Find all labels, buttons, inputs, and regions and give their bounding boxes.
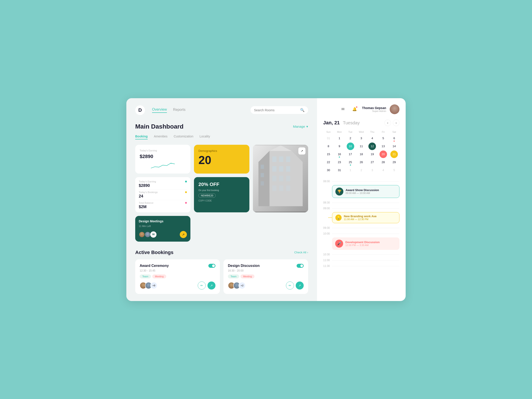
dev-event-title: Development Discussion: [345, 241, 380, 244]
cal-day-11[interactable]: 11: [358, 143, 365, 150]
booking1-avatar-more: +9: [150, 282, 157, 289]
time-label-1100: 11:00: [323, 259, 332, 262]
cal-day-31-prev[interactable]: 31: [325, 134, 332, 142]
booking2-toggle[interactable]: [297, 264, 304, 268]
cal-day-2-next[interactable]: 2: [358, 166, 365, 174]
booking1-title: Award Ceremony: [140, 264, 169, 268]
cal-day-31[interactable]: 31: [336, 166, 343, 174]
cal-day-17[interactable]: 17: [347, 151, 354, 158]
search-input[interactable]: [254, 108, 298, 112]
calendar-prev-button[interactable]: ‹: [384, 120, 391, 126]
schedule-container: 08:00 🏆 Award Show Discussion 09:00 AM —…: [323, 178, 399, 295]
expand-button[interactable]: ↗: [298, 147, 305, 154]
search-bar[interactable]: 🔍: [250, 106, 308, 114]
cal-day-4[interactable]: 4: [368, 134, 376, 142]
nav-tabs: Overview Reports: [152, 108, 185, 113]
cal-day-20[interactable]: 20: [380, 151, 387, 158]
cal-day-19[interactable]: 19: [368, 151, 376, 158]
booking1-go-button[interactable]: ↗: [208, 282, 215, 290]
meeting-avatar-2: [145, 231, 151, 238]
mail-button[interactable]: ✉: [339, 105, 347, 113]
event-branding[interactable]: 💡 New Branding work Ave 11:00 AM — 12:30…: [332, 212, 399, 223]
booking1-toggle[interactable]: [208, 264, 215, 268]
cal-day-1[interactable]: 1: [336, 134, 343, 142]
cal-day-9[interactable]: 9: [336, 143, 343, 150]
meeting-count: 08: [150, 231, 157, 238]
booking1-footer: +9 ✏ ↗: [140, 282, 215, 290]
event-development[interactable]: 🎤 Development Discussion 12:00 PM — 3:30…: [332, 237, 399, 250]
cal-day-6[interactable]: 6: [390, 134, 398, 142]
search-icon: 🔍: [300, 108, 304, 112]
cal-day-12[interactable]: 12: [368, 143, 376, 150]
chevron-right-icon: ›: [307, 251, 308, 254]
dashboard-title: Main Dashboard: [135, 123, 184, 130]
cal-day-3[interactable]: 3: [358, 134, 365, 142]
booking1-tag-meeting: Meeting: [152, 274, 166, 279]
cal-day-16[interactable]: 16: [336, 151, 343, 158]
cal-day-8[interactable]: 8: [325, 143, 332, 150]
time-block-1030: 10:30: [323, 252, 399, 257]
building-card: ↗: [253, 145, 308, 212]
check-all-button[interactable]: Check All ›: [294, 251, 308, 254]
nav-overview[interactable]: Overview: [152, 108, 167, 113]
cal-day-4-next[interactable]: 4: [380, 166, 387, 174]
time-block-930: 09:30: [323, 225, 399, 231]
booking2-footer: +2 ✏ ↗: [228, 282, 304, 290]
meeting-avatar-1: [139, 231, 145, 238]
booking2-header: Design Discussion: [228, 264, 304, 268]
svg-rect-7: [272, 166, 276, 171]
cal-day-5[interactable]: 5: [380, 134, 387, 142]
tab-customization[interactable]: Customization: [174, 134, 193, 139]
cal-day-10[interactable]: 10: [347, 143, 354, 150]
cal-day-27[interactable]: 27: [368, 158, 376, 166]
cal-day-28[interactable]: 28: [380, 158, 387, 166]
award-event-icon: 🏆: [335, 188, 343, 196]
cal-day-15[interactable]: 15: [325, 151, 332, 158]
booking2-tags: Team Meeting: [228, 274, 304, 279]
cal-day-14[interactable]: 14: [390, 143, 398, 150]
svg-rect-13: [272, 185, 276, 191]
booking1-edit-button[interactable]: ✏: [198, 282, 206, 290]
svg-rect-6: [286, 156, 290, 162]
tab-amenities[interactable]: Amenities: [154, 134, 167, 139]
balance-dot: [185, 202, 187, 204]
cal-day-5-next[interactable]: 5: [390, 166, 398, 174]
bookings-dot: [185, 191, 187, 193]
cal-day-29[interactable]: 29: [390, 158, 398, 166]
cal-day-2[interactable]: 2: [347, 134, 354, 142]
cal-day-30[interactable]: 30: [325, 166, 332, 174]
cal-day-22[interactable]: 22: [325, 158, 332, 166]
booking2-go-button[interactable]: ↗: [296, 282, 304, 290]
cal-day-26[interactable]: 26: [358, 158, 365, 166]
nav-reports[interactable]: Reports: [173, 108, 185, 113]
promo-copy-btn[interactable]: COPY CODE: [198, 200, 245, 202]
app-container: D Overview Reports 🔍 Main Dashboard Mana…: [126, 98, 406, 301]
stats-earning-card: Today's Earning $2890 Today's Bookings 2…: [135, 177, 190, 212]
booking2-time: 16:30 - 20:00: [228, 269, 304, 272]
svg-rect-10: [272, 176, 276, 181]
manage-button[interactable]: Manage ▾: [293, 125, 308, 129]
event-award-show[interactable]: 🏆 Award Show Discussion 09:00 AM — 10:00…: [332, 185, 399, 198]
cal-day-25[interactable]: 25: [347, 158, 354, 166]
time-block-800: 08:00: [323, 178, 399, 184]
time-label-830: 08:30: [323, 201, 332, 204]
cal-day-21[interactable]: 21: [390, 151, 398, 158]
cal-day-3-next[interactable]: 3: [368, 166, 376, 174]
tab-booking[interactable]: Booking: [135, 134, 148, 139]
dev-event-details: Development Discussion 12:00 PM — 3:30 A…: [345, 241, 380, 247]
stats-earning-label: Today's Earning: [139, 180, 156, 183]
cards-grid: Today's Earning $2890 Demographics 20: [135, 145, 308, 242]
booking2-title: Design Discussion: [228, 264, 260, 268]
calendar-next-button[interactable]: ›: [393, 120, 399, 126]
cal-day-13[interactable]: 13: [380, 143, 387, 150]
cal-day-18[interactable]: 18: [358, 151, 365, 158]
cal-header-sun: Sun: [323, 130, 334, 134]
cal-day-23[interactable]: 23: [336, 158, 343, 166]
cal-day-1-next[interactable]: 1: [347, 166, 354, 174]
notification-button[interactable]: 🔔: [350, 105, 358, 113]
meetings-go-button[interactable]: ↗: [180, 231, 187, 238]
booking2-edit-button[interactable]: ✏: [286, 282, 294, 290]
dashboard-header: Main Dashboard Manage ▾: [135, 123, 308, 130]
user-avatar[interactable]: [390, 104, 399, 114]
tab-locality[interactable]: Locality: [200, 134, 210, 139]
